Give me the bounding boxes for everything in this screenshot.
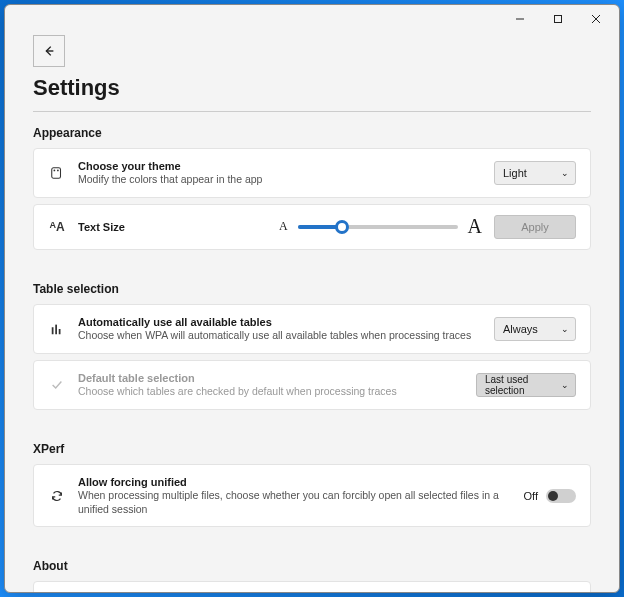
section-appearance-title: Appearance bbox=[33, 126, 591, 140]
unified-row: Allow forcing unified When processing mu… bbox=[33, 464, 591, 528]
theme-desc: Modify the colors that appear in the app bbox=[78, 173, 482, 187]
toggle-knob bbox=[548, 491, 558, 501]
unified-title: Allow forcing unified bbox=[78, 475, 512, 489]
theme-text: Choose your theme Modify the colors that… bbox=[78, 159, 482, 187]
check-icon bbox=[48, 378, 66, 392]
theme-dropdown-value: Light bbox=[503, 167, 527, 179]
textsize-slider-area: A A bbox=[279, 215, 482, 238]
theme-title: Choose your theme bbox=[78, 159, 482, 173]
titlebar bbox=[5, 5, 619, 33]
textsize-slider[interactable] bbox=[298, 225, 458, 229]
theme-row: Choose your theme Modify the colors that… bbox=[33, 148, 591, 198]
chevron-down-icon: ⌄ bbox=[561, 380, 569, 390]
version-row: Version information The version informat… bbox=[33, 581, 591, 592]
default-tables-value: Last used selection bbox=[485, 374, 561, 396]
textsize-icon: AA bbox=[48, 220, 66, 234]
default-tables-text: Default table selection Choose which tab… bbox=[78, 371, 464, 399]
auto-tables-title: Automatically use all available tables bbox=[78, 315, 482, 329]
unified-desc: When processing multiple files, choose w… bbox=[78, 489, 512, 516]
chevron-down-icon: ⌄ bbox=[561, 324, 569, 334]
separator bbox=[33, 111, 591, 112]
svg-point-7 bbox=[57, 169, 59, 171]
svg-rect-10 bbox=[59, 329, 61, 334]
page-title: Settings bbox=[33, 75, 591, 101]
default-tables-desc: Choose which tables are checked by defau… bbox=[78, 385, 464, 399]
auto-tables-desc: Choose when WPA will automatically use a… bbox=[78, 329, 482, 343]
theme-icon bbox=[48, 166, 66, 180]
section-about-title: About bbox=[33, 559, 591, 573]
content-area: Settings Appearance Choose your theme Mo… bbox=[5, 33, 619, 592]
auto-tables-dropdown[interactable]: Always ⌄ bbox=[494, 317, 576, 341]
slider-min-label: A bbox=[279, 219, 288, 234]
svg-rect-5 bbox=[52, 168, 61, 179]
default-tables-row: Default table selection Choose which tab… bbox=[33, 360, 591, 410]
svg-rect-8 bbox=[52, 327, 54, 334]
svg-rect-1 bbox=[555, 16, 562, 23]
unified-toggle-wrap: Off bbox=[524, 489, 576, 503]
back-button[interactable] bbox=[33, 35, 65, 67]
section-xperf-title: XPerf bbox=[33, 442, 591, 456]
apply-button[interactable]: Apply bbox=[494, 215, 576, 239]
minimize-button[interactable] bbox=[501, 6, 539, 32]
textsize-title: Text Size bbox=[78, 220, 267, 234]
unified-toggle[interactable] bbox=[546, 489, 576, 503]
tables-icon bbox=[48, 322, 66, 336]
auto-tables-text: Automatically use all available tables C… bbox=[78, 315, 482, 343]
textsize-text: Text Size bbox=[78, 220, 267, 234]
maximize-button[interactable] bbox=[539, 6, 577, 32]
slider-thumb[interactable] bbox=[335, 220, 349, 234]
sync-icon bbox=[48, 489, 66, 503]
svg-point-6 bbox=[54, 169, 56, 171]
app-window: Settings Appearance Choose your theme Mo… bbox=[4, 4, 620, 593]
chevron-down-icon: ⌄ bbox=[561, 168, 569, 178]
unified-state: Off bbox=[524, 490, 538, 502]
textsize-row: AA Text Size A A Apply bbox=[33, 204, 591, 250]
default-tables-title: Default table selection bbox=[78, 371, 464, 385]
auto-tables-value: Always bbox=[503, 323, 538, 335]
auto-tables-row: Automatically use all available tables C… bbox=[33, 304, 591, 354]
svg-rect-9 bbox=[55, 325, 57, 335]
close-button[interactable] bbox=[577, 6, 615, 32]
unified-text: Allow forcing unified When processing mu… bbox=[78, 475, 512, 517]
default-tables-dropdown[interactable]: Last used selection ⌄ bbox=[476, 373, 576, 397]
slider-max-label: A bbox=[468, 215, 482, 238]
theme-dropdown[interactable]: Light ⌄ bbox=[494, 161, 576, 185]
section-tableselection-title: Table selection bbox=[33, 282, 591, 296]
